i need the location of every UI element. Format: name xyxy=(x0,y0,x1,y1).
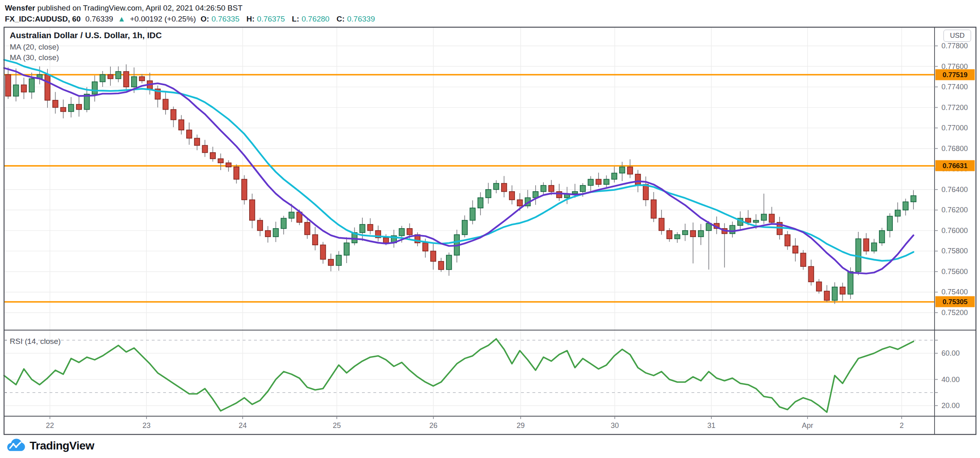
rsi-legend[interactable]: RSI (14, close) xyxy=(10,337,61,346)
brand-name: TradingView xyxy=(30,439,94,452)
close-label: C: xyxy=(336,15,345,23)
price-level-label: 0.76631 xyxy=(935,160,975,171)
high-value: 0.76375 xyxy=(257,15,285,23)
time-tick-label: 31 xyxy=(707,421,715,430)
price-change: +0.00192 (+0.25%) xyxy=(130,15,196,23)
price-tick-label: 0.75200 xyxy=(941,309,968,317)
arrow-up-icon: ▲ xyxy=(118,15,125,23)
open-value: 0.76335 xyxy=(211,15,239,23)
rsi-tick-label: 20.00 xyxy=(941,402,960,410)
tradingview-logo[interactable]: TradingView xyxy=(5,439,94,453)
snapshot-header: Wensfer published on TradingView.com, Ap… xyxy=(5,3,380,24)
rsi-tick-label: 60.00 xyxy=(941,349,960,358)
last-price: 0.76339 xyxy=(85,15,113,23)
currency-badge[interactable]: USD xyxy=(943,30,971,42)
symbol-status-line: FX_IDC:AUDUSD, 60 0.76339 ▲ +0.00192 (+0… xyxy=(5,14,380,24)
high-label: H: xyxy=(246,15,254,23)
price-level-label: 0.75305 xyxy=(935,296,975,307)
price-pane-legend: Australian Dollar / U.S. Dollar, 1h, IDC… xyxy=(10,31,162,61)
price-tick-label: 0.77000 xyxy=(941,124,968,132)
price-tick-label: 0.77400 xyxy=(941,83,968,91)
price-level-label: 0.77519 xyxy=(935,69,975,80)
ma30-legend[interactable]: MA (30, close) xyxy=(10,54,162,61)
ma20-legend[interactable]: MA (20, close) xyxy=(10,43,162,51)
time-tick-label: 29 xyxy=(517,421,525,430)
time-tick-label: 22 xyxy=(46,421,54,430)
time-tick-label: 24 xyxy=(239,421,247,430)
low-value: 0.76280 xyxy=(302,15,330,23)
price-tick-label: 0.76000 xyxy=(941,226,968,235)
price-tick-label: 0.77800 xyxy=(941,42,968,50)
price-tick-label: 0.77200 xyxy=(941,103,968,112)
time-tick-label: 26 xyxy=(429,421,437,430)
cloud-logo-icon xyxy=(5,439,26,453)
rsi-tick-label: 40.00 xyxy=(941,375,960,384)
close-value: 0.76339 xyxy=(347,15,375,23)
chart-canvas[interactable] xyxy=(0,0,980,458)
price-tick-label: 0.76400 xyxy=(941,185,968,194)
price-tick-label: 0.75400 xyxy=(941,288,968,296)
time-tick-label: Apr xyxy=(802,421,813,430)
price-tick-label: 0.75800 xyxy=(941,247,968,255)
publisher-name: Wensfer xyxy=(5,4,35,12)
time-tick-label: 2 xyxy=(900,421,904,430)
time-tick-label: 25 xyxy=(333,421,341,430)
price-tick-label: 0.76800 xyxy=(941,144,968,153)
tradingview-snapshot-page: { "header": { "publisher": "Wensfer", "p… xyxy=(0,0,980,458)
low-label: L: xyxy=(292,15,299,23)
publish-info: published on TradingView.com, April 02, … xyxy=(35,4,243,12)
price-tick-label: 0.76200 xyxy=(941,206,968,214)
price-tick-label: 0.75600 xyxy=(941,267,968,276)
chart-title: Australian Dollar / U.S. Dollar, 1h, IDC xyxy=(10,31,162,39)
time-tick-label: 30 xyxy=(611,421,619,430)
time-tick-label: 23 xyxy=(142,421,151,430)
open-label: O: xyxy=(200,15,209,23)
publish-line: Wensfer published on TradingView.com, Ap… xyxy=(5,3,380,13)
symbol-interval: FX_IDC:AUDUSD, 60 xyxy=(5,15,81,23)
